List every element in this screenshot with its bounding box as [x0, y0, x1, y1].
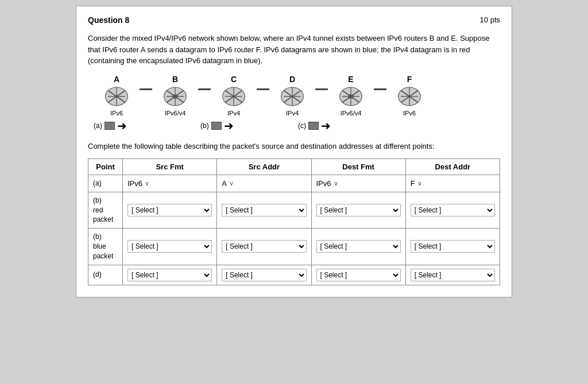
- question-header: Question 8 10 pts: [88, 16, 500, 25]
- table-row-d: (d) [ Select ] IPv4 IPv6 [ Select ] ABC …: [88, 265, 500, 285]
- dest-addr-cell-a: F ∨: [405, 175, 500, 192]
- router-F-icon: [397, 85, 422, 108]
- arrow-b: ➜: [224, 120, 234, 131]
- point-a-packet: (a) ➜: [94, 120, 140, 131]
- node-F-label: F: [407, 75, 412, 84]
- node-F: F IPv6: [386, 75, 432, 117]
- point-c-label: (c): [298, 122, 306, 130]
- point-b-label: (b): [200, 122, 209, 130]
- node-B-label: B: [172, 75, 178, 84]
- connector-AB: [140, 88, 152, 103]
- src-fmt-cell-b-red: [ Select ] IPv4 IPv6: [123, 192, 217, 228]
- question-description: Consider the mixed IPv4/IPv6 network sho…: [88, 33, 500, 67]
- src-addr-select-b-blue[interactable]: [ Select ] ABC DEF: [222, 240, 306, 253]
- src-fmt-value-a: IPv6: [127, 179, 142, 188]
- table-row-b-blue: (b)bluepacket [ Select ] IPv4 IPv6 [ Sel…: [88, 229, 500, 265]
- dest-addr-cell-d: [ Select ] ABC DEF: [405, 265, 500, 285]
- question-container: Question 8 10 pts Consider the mixed IPv…: [76, 6, 512, 297]
- node-E: E IPv6/v4: [328, 75, 374, 117]
- src-fmt-select-d[interactable]: [ Select ] IPv4 IPv6: [127, 269, 212, 281]
- node-F-type: IPv6: [403, 110, 416, 117]
- dest-fmt-select-b-red[interactable]: [ Select ] IPv4 IPv6: [316, 204, 401, 216]
- point-b-packet: (b) ➜: [200, 120, 252, 131]
- node-D-type: IPv4: [286, 110, 299, 117]
- router-E-icon: [338, 85, 363, 108]
- dest-fmt-select-b-blue[interactable]: [ Select ] IPv4 IPv6: [316, 240, 401, 253]
- connector-EF: [374, 88, 386, 103]
- src-addr-cell-a: A ∨: [217, 175, 311, 192]
- node-C-label: C: [231, 75, 237, 84]
- network-diagram: A IPv6 B: [88, 75, 500, 131]
- question-title: Question 8: [88, 16, 129, 25]
- svg-rect-10: [173, 94, 178, 98]
- node-B: B IPv6/v4: [152, 75, 198, 117]
- router-A-icon: [104, 85, 129, 108]
- dest-addr-cell-b-red: [ Select ] ABC DEF: [405, 192, 500, 228]
- node-E-type: IPv6/v4: [341, 110, 362, 117]
- router-D-icon: [280, 85, 305, 108]
- table-row-a: (a) IPv6 ∨ A ∨ IPv6 ∨: [88, 175, 500, 192]
- chevron-a-srcfmt: ∨: [145, 180, 149, 187]
- router-C-icon: [221, 85, 246, 108]
- src-fmt-cell-d: [ Select ] IPv4 IPv6: [123, 265, 217, 285]
- chevron-a-destaddr: ∨: [417, 180, 422, 187]
- arrow-a: ➜: [117, 120, 127, 131]
- chevron-a-destfmt: ∨: [334, 180, 338, 187]
- col-dest-fmt: Dest Fmt: [311, 159, 405, 175]
- src-fmt-cell-b-blue: [ Select ] IPv4 IPv6: [123, 229, 217, 265]
- src-addr-cell-b-red: [ Select ] ABC DEF: [217, 192, 311, 228]
- connector-CD: [257, 88, 269, 103]
- dest-addr-select-b-red[interactable]: [ Select ] ABC DEF: [411, 204, 495, 216]
- table-description: Complete the following table describing …: [88, 141, 500, 152]
- diagram-nodes-row: A IPv6 B: [88, 75, 500, 117]
- dest-fmt-cell-a: IPv6 ∨: [311, 175, 405, 192]
- packet-a-rect: [105, 122, 115, 130]
- connector-BC: [198, 88, 211, 103]
- node-B-type: IPv6/v4: [165, 110, 186, 117]
- dest-fmt-select-d[interactable]: [ Select ] IPv4 IPv6: [316, 269, 401, 281]
- node-E-label: E: [348, 75, 353, 84]
- point-cell-a: (a): [88, 175, 123, 192]
- node-A: A IPv6: [94, 75, 140, 117]
- node-A-label: A: [114, 75, 119, 84]
- connector-DE: [315, 88, 328, 103]
- table-row-b-red: (b)redpacket [ Select ] IPv4 IPv6 [ Sele…: [88, 192, 500, 228]
- dest-fmt-cell-b-red: [ Select ] IPv4 IPv6: [311, 192, 405, 228]
- src-fmt-cell-a: IPv6 ∨: [123, 175, 217, 192]
- arrow-c: ➜: [321, 120, 331, 131]
- src-fmt-select-b-blue[interactable]: [ Select ] IPv4 IPv6: [127, 240, 212, 253]
- table-header-row: Point Src Fmt Src Addr Dest Fmt Dest Add…: [88, 159, 500, 175]
- col-point: Point: [88, 159, 123, 175]
- dest-addr-select-d[interactable]: [ Select ] ABC DEF: [411, 269, 495, 281]
- node-C-type: IPv4: [227, 110, 240, 117]
- src-fmt-select-b-red[interactable]: [ Select ] IPv4 IPv6: [127, 204, 212, 216]
- src-addr-select-b-red[interactable]: [ Select ] ABC DEF: [222, 204, 306, 216]
- col-src-fmt: Src Fmt: [123, 159, 217, 175]
- packet-c-rect: [308, 122, 319, 130]
- dest-addr-select-b-blue[interactable]: [ Select ] ABC DEF: [411, 240, 495, 253]
- point-cell-b-blue: (b)bluepacket: [88, 229, 123, 265]
- point-cell-b-red: (b)redpacket: [88, 192, 123, 228]
- dest-fmt-cell-b-blue: [ Select ] IPv4 IPv6: [311, 229, 405, 265]
- answer-table: Point Src Fmt Src Addr Dest Fmt Dest Add…: [88, 158, 500, 285]
- chevron-a-srcaddr: ∨: [229, 180, 234, 187]
- svg-rect-26: [349, 94, 354, 98]
- packet-b-rect: [211, 122, 222, 130]
- point-cell-d: (d): [88, 265, 123, 285]
- router-B-icon: [163, 85, 188, 108]
- dest-fmt-cell-d: [ Select ] IPv4 IPv6: [311, 265, 405, 285]
- src-addr-select-d[interactable]: [ Select ] ABC DEF: [222, 269, 306, 281]
- dest-addr-value-a: F: [411, 179, 415, 188]
- node-C: C IPv4: [211, 75, 257, 117]
- node-D: D IPv4: [269, 75, 315, 117]
- question-points: 10 pts: [480, 16, 500, 24]
- src-addr-value-a: A: [222, 179, 227, 188]
- src-addr-cell-d: [ Select ] ABC DEF: [217, 265, 311, 285]
- node-D-label: D: [289, 75, 295, 84]
- point-a-label: (a): [94, 122, 102, 130]
- col-src-addr: Src Addr: [217, 159, 311, 175]
- col-dest-addr: Dest Addr: [405, 159, 500, 175]
- diagram-packets-row: (a) ➜ (b) ➜ (c) ➜: [88, 120, 500, 131]
- node-A-type: IPv6: [110, 110, 123, 117]
- point-c-packet: (c) ➜: [298, 120, 350, 131]
